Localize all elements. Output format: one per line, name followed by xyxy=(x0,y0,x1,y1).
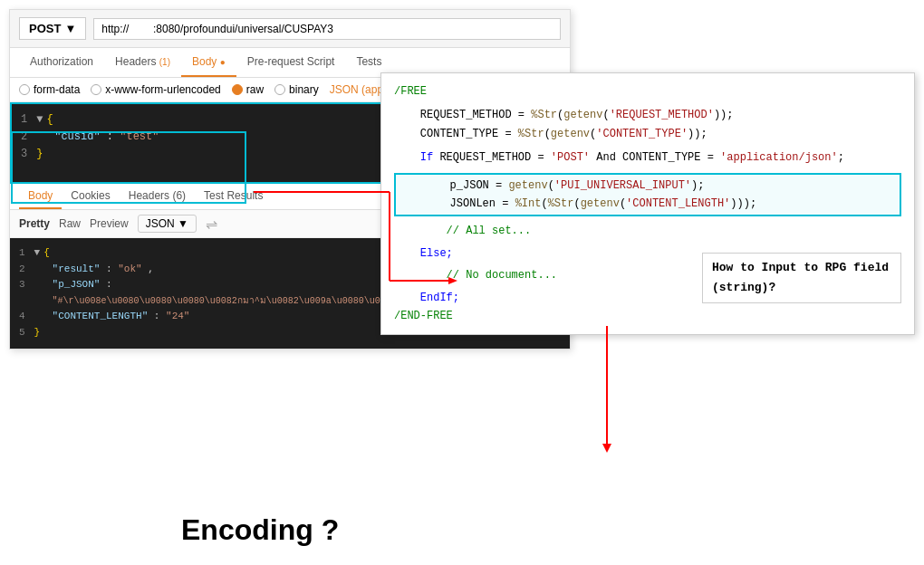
resp-format-dropdown-icon: ▼ xyxy=(178,217,188,230)
cp-line-endfree: /END-FREE xyxy=(394,307,901,325)
cp-line-free: /FREE xyxy=(394,82,901,101)
cp-line-req-method: REQUEST_METHOD = %Str(getenv('REQUEST_ME… xyxy=(394,106,901,124)
radio-binary xyxy=(274,84,285,95)
cp-line-jsonlen: JSONLen = %Int(%Str(getenv('CONTENT_LENG… xyxy=(398,195,898,213)
url-input[interactable] xyxy=(93,18,561,40)
rpg-code-panel: /FREE REQUEST_METHOD = %Str(getenv('REQU… xyxy=(380,72,915,335)
response-tab-cookies[interactable]: Cookies xyxy=(62,184,119,209)
resp-align-icon[interactable]: ⇌ xyxy=(206,215,217,233)
option-formdata[interactable]: form-data xyxy=(19,83,80,96)
method-label: POST xyxy=(29,22,61,35)
option-raw[interactable]: raw xyxy=(232,83,264,96)
annotation-text: How to Input to RPG field (string)? xyxy=(712,261,889,294)
url-bar: POST ▼ xyxy=(10,10,570,48)
cp-spacer-3 xyxy=(394,168,901,171)
cp-line-content-type: CONTENT_TYPE = %Str(getenv('CONTENT_TYPE… xyxy=(394,125,901,143)
resp-option-pretty[interactable]: Pretty xyxy=(19,217,50,230)
minus-icon-resp: ▼ xyxy=(34,245,41,262)
headers-badge: (1) xyxy=(159,57,170,67)
resp-format-label: JSON xyxy=(146,217,175,230)
formdata-label: form-data xyxy=(34,83,80,96)
binary-label: binary xyxy=(289,83,319,96)
cp-line-pjson: p_JSON = getenv('PUI_UNIVERSAL_INPUT'); xyxy=(398,177,898,195)
resp-format-select[interactable]: JSON ▼ xyxy=(138,215,197,233)
minus-icon: ▼ xyxy=(36,111,43,129)
resp-option-raw[interactable]: Raw xyxy=(59,217,81,230)
tab-prerequest[interactable]: Pre-request Script xyxy=(236,48,346,77)
response-tab-headers[interactable]: Headers (6) xyxy=(120,184,195,209)
arrowhead-down xyxy=(602,444,611,453)
method-button[interactable]: POST ▼ xyxy=(19,17,86,40)
radio-formdata xyxy=(19,84,30,95)
big-title: Encoding ? xyxy=(181,513,339,547)
cp-line-allset: // All set... xyxy=(394,222,901,240)
cp-line-if: If REQUEST_METHOD = 'POST' And CONTENT_T… xyxy=(394,148,901,167)
cp-highlighted-block: p_JSON = getenv('PUI_UNIVERSAL_INPUT'); … xyxy=(394,173,901,217)
urlencoded-label: x-www-form-urlencoded xyxy=(105,83,220,96)
method-dropdown-icon: ▼ xyxy=(64,22,76,35)
raw-label: raw xyxy=(246,83,264,96)
radio-urlencoded xyxy=(91,84,101,95)
response-tab-body[interactable]: Body xyxy=(19,184,62,209)
rpg-code-content: /FREE REQUEST_METHOD = %Str(getenv('REQU… xyxy=(381,73,914,334)
annotation-box: How to Input to RPG field (string)? xyxy=(702,253,901,303)
response-tab-testresults[interactable]: Test Results xyxy=(195,184,272,209)
option-binary[interactable]: binary xyxy=(274,83,319,96)
tab-authorization[interactable]: Authorization xyxy=(19,48,104,77)
resp-option-preview[interactable]: Preview xyxy=(90,217,129,230)
option-urlencoded[interactable]: x-www-form-urlencoded xyxy=(91,83,220,96)
radio-raw xyxy=(232,84,243,95)
tab-headers[interactable]: Headers (1) xyxy=(104,48,181,77)
response-headers-badge: (6) xyxy=(172,189,186,202)
tab-body[interactable]: Body ● xyxy=(181,48,236,77)
big-title-text: Encoding ? xyxy=(181,513,339,546)
